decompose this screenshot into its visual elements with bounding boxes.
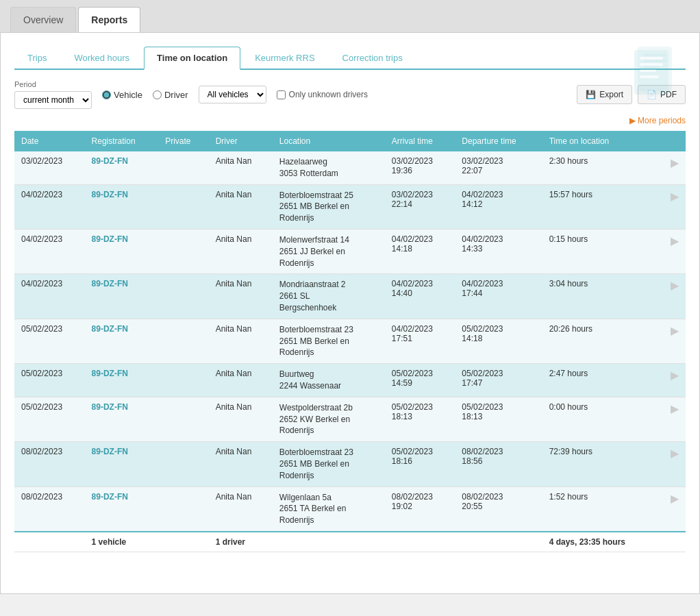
table-row: 08/02/2023 89-DZ-FN Anita Nan Wilgenlaan…: [14, 486, 686, 532]
cell-date: 05/02/2023: [14, 397, 85, 441]
cell-driver: Anita Nan: [209, 364, 273, 397]
cell-registration: 89-DZ-FN: [85, 319, 159, 363]
table-row: 04/02/2023 89-DZ-FN Anita Nan Mondriaans…: [14, 274, 686, 319]
detail-icon[interactable]: ▶: [671, 156, 679, 169]
cell-location: Westpolderstraat 2b2652 KW Berkel enRode…: [273, 397, 385, 441]
cell-arrival: 05/02/202318:13: [385, 397, 455, 441]
cell-time-on-location: 20:26 hours: [542, 319, 658, 363]
subtab-keurmerk-rrs[interactable]: Keurmerk RRS: [242, 47, 327, 69]
cell-date: 04/02/2023: [14, 274, 85, 319]
detail-icon[interactable]: ▶: [671, 234, 679, 247]
radio-vehicle[interactable]: Vehicle: [102, 90, 142, 100]
cell-departure: 04/02/202314:12: [455, 184, 542, 229]
cell-registration: 89-DZ-FN: [85, 364, 159, 397]
subtab-correction-trips[interactable]: Correction trips: [329, 47, 416, 69]
cell-detail: ▶: [658, 274, 686, 319]
more-periods-icon: ▶: [629, 116, 636, 125]
cell-driver: Anita Nan: [209, 397, 273, 441]
cell-departure: 05/02/202317:47: [455, 364, 542, 397]
detail-icon[interactable]: ▶: [671, 279, 679, 292]
cell-driver: Anita Nan: [209, 319, 273, 363]
table-row: 04/02/2023 89-DZ-FN Anita Nan Molenwerfs…: [14, 229, 686, 273]
footer-total-time: 4 days, 23:35 hours: [542, 532, 658, 552]
table-row: 05/02/2023 89-DZ-FN Anita Nan Boterbloem…: [14, 319, 686, 363]
more-periods-link[interactable]: ▶ More periods: [14, 116, 686, 125]
cell-departure: 05/02/202318:13: [455, 397, 542, 441]
cell-arrival: 04/02/202317:51: [385, 319, 455, 363]
cell-arrival: 04/02/202314:18: [385, 229, 455, 273]
detail-icon[interactable]: ▶: [671, 190, 679, 203]
table-footer-row: 1 vehicle 1 driver 4 days, 23:35 hours: [14, 532, 686, 552]
registration-link[interactable]: 89-DZ-FN: [92, 402, 128, 412]
time-on-location-table: Date Registration Private Driver Locatio…: [14, 131, 686, 552]
cell-detail: ▶: [658, 151, 686, 184]
cell-detail: ▶: [658, 319, 686, 363]
top-tab-bar: Overview Reports: [0, 0, 700, 32]
cell-date: 05/02/2023: [14, 364, 85, 397]
cell-date: 03/02/2023: [14, 151, 85, 184]
col-registration: Registration: [85, 131, 159, 151]
cell-departure: 03/02/202322:07: [455, 151, 542, 184]
detail-icon[interactable]: ▶: [671, 492, 679, 505]
registration-link[interactable]: 89-DZ-FN: [92, 447, 128, 456]
cell-time-on-location: 0:15 hours: [542, 229, 658, 273]
detail-icon[interactable]: ▶: [671, 369, 679, 382]
svg-rect-6: [640, 63, 663, 66]
sub-tab-bar: Trips Worked hours Time on location Keur…: [14, 47, 686, 70]
period-select[interactable]: current month last month this week last …: [14, 91, 92, 109]
export-icon: 💾: [586, 90, 596, 99]
subtab-trips[interactable]: Trips: [14, 47, 60, 69]
registration-link[interactable]: 89-DZ-FN: [92, 234, 128, 244]
cell-time-on-location: 2:30 hours: [542, 151, 658, 184]
cell-private: [158, 274, 208, 319]
cell-departure: 08/02/202320:55: [455, 486, 542, 532]
subtab-time-on-location[interactable]: Time on location: [144, 47, 240, 70]
cell-detail: ▶: [658, 364, 686, 397]
cell-time-on-location: 72:39 hours: [542, 442, 658, 486]
detail-icon[interactable]: ▶: [671, 324, 679, 337]
subtab-worked-hours[interactable]: Worked hours: [61, 47, 142, 69]
footer-empty4: [455, 532, 542, 552]
unknown-drivers-checkbox[interactable]: [277, 90, 286, 99]
footer-vehicle-count: [14, 532, 85, 552]
svg-rect-7: [640, 69, 656, 72]
registration-link[interactable]: 89-DZ-FN: [92, 324, 128, 334]
cell-driver: Anita Nan: [209, 229, 273, 273]
export-button[interactable]: 💾 Export: [577, 85, 632, 104]
table-row: 04/02/2023 89-DZ-FN Anita Nan Boterbloem…: [14, 184, 686, 229]
cell-time-on-location: 0:00 hours: [542, 397, 658, 441]
cell-private: [158, 229, 208, 273]
cell-driver: Anita Nan: [209, 151, 273, 184]
registration-link[interactable]: 89-DZ-FN: [92, 492, 128, 502]
registration-link[interactable]: 89-DZ-FN: [92, 190, 128, 199]
radio-driver[interactable]: Driver: [153, 90, 188, 100]
table-row: 03/02/2023 89-DZ-FN Anita Nan Hazelaarwe…: [14, 151, 686, 184]
col-location: Location: [273, 131, 385, 151]
cell-location: Molenwerfstraat 142651 JJ Berkel enRoden…: [273, 229, 385, 273]
registration-link[interactable]: 89-DZ-FN: [92, 156, 128, 166]
registration-link[interactable]: 89-DZ-FN: [92, 369, 128, 378]
svg-rect-5: [640, 57, 663, 60]
cell-time-on-location: 3:04 hours: [542, 274, 658, 319]
detail-icon[interactable]: ▶: [671, 402, 679, 415]
unknown-drivers-checkbox-label[interactable]: Only unknown drivers: [277, 90, 368, 99]
col-departure-time: Departure time: [455, 131, 542, 151]
cell-driver: Anita Nan: [209, 486, 273, 532]
cell-private: [158, 397, 208, 441]
registration-link[interactable]: 89-DZ-FN: [92, 279, 128, 288]
detail-icon[interactable]: ▶: [671, 447, 679, 460]
vehicle-filter-select[interactable]: All vehicles: [199, 86, 266, 103]
cell-location: Boterbloemstraat 232651 MB Berkel enRode…: [273, 442, 385, 486]
vehicle-driver-radio-group: Vehicle Driver: [102, 90, 188, 100]
tab-reports[interactable]: Reports: [78, 7, 140, 32]
filter-controls: Period current month last month this wee…: [14, 80, 686, 109]
cell-detail: ▶: [658, 486, 686, 532]
cell-date: 08/02/2023: [14, 486, 85, 532]
cell-private: [158, 486, 208, 532]
cell-location: Buurtweg2244 Wassenaar: [273, 364, 385, 397]
cell-time-on-location: 15:57 hours: [542, 184, 658, 229]
tab-overview[interactable]: Overview: [10, 7, 76, 32]
cell-arrival: 08/02/202319:02: [385, 486, 455, 532]
col-private: Private: [158, 131, 208, 151]
cell-registration: 89-DZ-FN: [85, 229, 159, 273]
